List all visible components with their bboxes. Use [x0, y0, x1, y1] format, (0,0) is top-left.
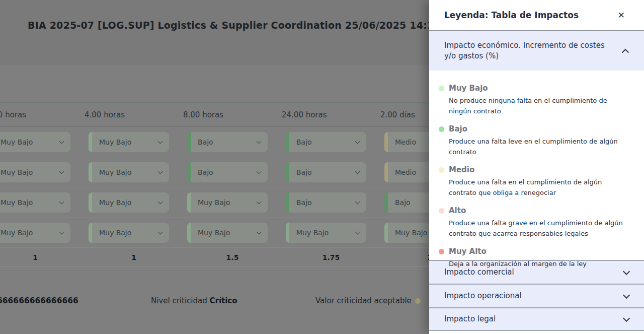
column-weight: 1: [0, 248, 79, 267]
table-row: Muy Bajo: [0, 187, 79, 218]
level-color-bar: [187, 132, 191, 152]
column-header-4h: 4.00 horas: [79, 103, 178, 127]
impact-select[interactable]: Muy Bajo: [187, 192, 268, 213]
table-row: Bajo: [277, 157, 375, 187]
column-weight: 1.75: [277, 248, 375, 267]
accordion-impacto-operacional[interactable]: Impacto operacional: [429, 284, 644, 307]
table-row: Muy Bajo: [79, 218, 178, 248]
impact-select[interactable]: Muy Bajo: [89, 132, 169, 152]
level-color-bar: [286, 132, 289, 152]
column-header-24h: 24.00 horas: [277, 103, 375, 127]
column-weight: 1: [79, 248, 178, 267]
muy-bajo-dot-icon: [439, 86, 444, 91]
level-color-bar: [384, 132, 388, 152]
level-color-bar: [89, 162, 92, 182]
impact-select[interactable]: Muy Bajo: [286, 223, 366, 243]
level-color-bar: [89, 192, 92, 213]
impact-select[interactable]: Muy Bajo: [89, 162, 169, 182]
alto-dot-icon: [439, 208, 444, 214]
table-row: Muy Bajo: [0, 157, 79, 187]
impact-select[interactable]: Muy Bajo: [0, 132, 70, 152]
column-header-2h: 2.00 horas: [0, 103, 79, 127]
legend-item-muy-bajo: Muy Bajo No produce ninguna falta en el …: [439, 84, 629, 116]
accordion-impacto-economico[interactable]: Impacto económico. Incremento de costes …: [429, 31, 644, 71]
table-row: Muy Bajo: [178, 218, 277, 248]
impact-select[interactable]: Muy Bajo: [0, 223, 70, 243]
impact-select[interactable]: Muy Bajo: [0, 162, 70, 182]
legend-item-alto: Alto Produce una falta grave en el cumpl…: [439, 206, 629, 239]
table-row: Muy Bajo: [277, 218, 375, 248]
level-color-bar: [187, 192, 191, 213]
level-color-bar: [89, 223, 92, 243]
close-icon[interactable]: ✕: [618, 11, 625, 20]
impact-select[interactable]: Muy Bajo: [89, 223, 169, 243]
criticality-level: Nivel criticidad Crítico: [151, 296, 237, 305]
impact-select[interactable]: Bajo: [187, 162, 268, 182]
page-title: BIA 2025-07 [LOG.SUP] Logistics & Suppli…: [28, 20, 458, 31]
table-row: Muy Bajo: [178, 187, 277, 218]
legend-panel-title: Leyenda: Tabla de Impactos: [444, 10, 579, 20]
legend-item-bajo: Bajo Produce una falta leve en el cumpli…: [439, 124, 629, 157]
impact-select[interactable]: Muy Bajo: [89, 192, 169, 213]
level-color-bar: [286, 223, 289, 243]
table-row: Muy Bajo: [0, 127, 79, 157]
criticality-value: 666666666666666: [0, 296, 78, 305]
impact-select[interactable]: Bajo: [187, 132, 268, 152]
criticality-stats-row: 666666666666666 Nivel criticidad Crítico…: [0, 295, 433, 308]
level-color-bar: [384, 192, 388, 213]
acceptable-criticality: Valor criticidad aceptable: [315, 296, 421, 305]
legend-item-medio: Medio Produce una falta en el cumplimien…: [439, 165, 629, 198]
legend-items-list: Muy Bajo No produce ninguna falta en el …: [429, 71, 644, 260]
table-row: Bajo: [178, 127, 277, 157]
muy-alto-dot-icon: [439, 249, 444, 254]
legend-panel: Leyenda: Tabla de Impactos ✕ Impacto eco…: [429, 0, 644, 334]
level-color-bar: [286, 192, 289, 213]
acceptable-level-dot: [415, 298, 421, 304]
column-weight: 1.5: [178, 248, 277, 267]
table-row: Muy Bajo: [79, 157, 178, 187]
legend-panel-header: Leyenda: Tabla de Impactos ✕: [429, 0, 644, 31]
level-color-bar: [384, 223, 388, 243]
table-row: Bajo: [277, 187, 375, 218]
table-row: Muy Bajo: [79, 187, 178, 218]
medio-dot-icon: [439, 167, 444, 173]
impact-select[interactable]: Bajo: [286, 192, 366, 213]
chevron-down-icon: [623, 291, 630, 298]
impact-select[interactable]: Bajo: [286, 132, 366, 152]
column-header-8h: 8.00 horas: [178, 103, 277, 127]
level-color-bar: [286, 162, 289, 182]
bajo-dot-icon: [439, 126, 444, 132]
level-color-bar: [89, 132, 92, 152]
table-row: Muy Bajo: [0, 218, 79, 248]
impact-select[interactable]: Muy Bajo: [187, 223, 268, 243]
chevron-up-icon: [622, 49, 629, 56]
chevron-down-icon: [623, 268, 630, 275]
level-color-bar: [384, 162, 388, 182]
table-row: Bajo: [277, 127, 375, 157]
chevron-down-icon: [623, 314, 630, 321]
criticality-level-value: Crítico: [210, 296, 237, 305]
impact-table: 2.00 horas 4.00 horas 8.00 horas 24.00 h…: [0, 102, 474, 267]
level-color-bar: [187, 223, 191, 243]
accordion-impacto-legal[interactable]: Impacto legal: [429, 307, 644, 331]
impact-select[interactable]: Bajo: [286, 162, 366, 182]
level-color-bar: [187, 162, 191, 182]
table-row: Bajo: [178, 157, 277, 187]
dimmed-page-background: BIA 2025-07 [LOG.SUP] Logistics & Suppli…: [0, 0, 644, 334]
impact-select[interactable]: Muy Bajo: [0, 192, 70, 213]
table-row: Muy Bajo: [79, 127, 178, 157]
